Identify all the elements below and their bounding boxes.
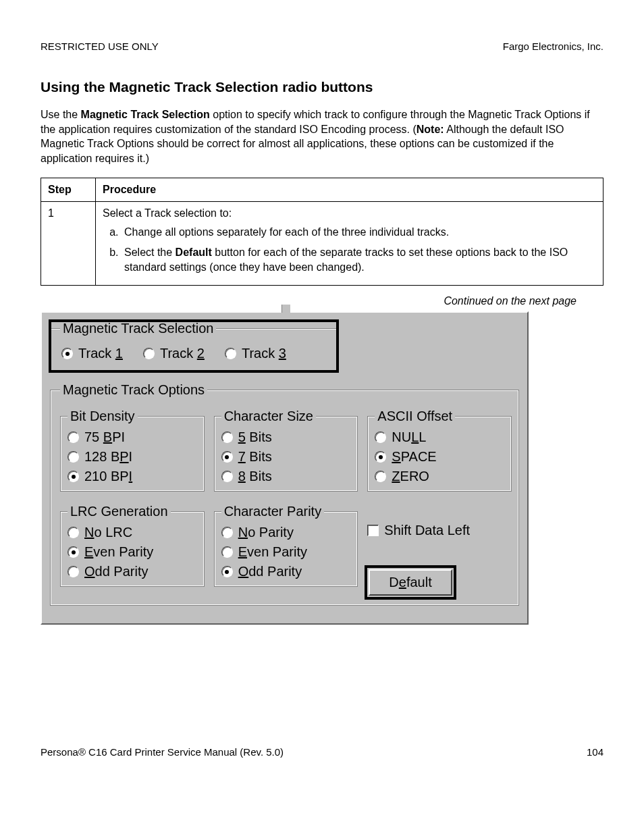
lrc-generation-group: LRC Generation No LRC Even Parity [60,504,205,587]
col-procedure-header: Procedure [96,178,603,202]
character-size-group: Character Size 5 Bits 7 Bits [214,409,358,492]
footer-left: Persona® C16 Card Printer Service Manual… [41,746,284,758]
group-legend: ASCII Offset [375,409,455,424]
page-number: 104 [587,746,603,758]
radio-no-parity[interactable]: No Parity [221,525,352,540]
group-legend: Bit Density [68,409,138,424]
table-row: 1 Select a Track selection to: Change al… [41,202,603,286]
radio-dot-icon [379,455,383,459]
header-left: RESTRICTED USE ONLY [41,41,159,52]
group-legend: Character Parity [221,504,325,519]
radio-track-1[interactable]: Track 1 [61,346,123,361]
default-button-focus: Default [367,568,453,597]
radio-track-2[interactable]: Track 2 [143,346,205,361]
page-header: RESTRICTED USE ONLY Fargo Electronics, I… [41,41,603,52]
radio-parity-even[interactable]: Even Parity [221,544,352,560]
radio-5-bits[interactable]: 5 Bits [221,429,352,445]
intro-paragraph: Use the Magnetic Track Selection option … [41,107,603,165]
step-number: 1 [41,202,96,286]
radio-space[interactable]: SPACE [375,449,506,465]
bit-density-group: Bit Density 75 BPI 128 BPI [60,409,205,492]
dialog-panel: Magnetic Track Selection Track 1 Track 2… [41,311,529,625]
list-item: Select the Default button for each of th… [122,245,596,274]
magnetic-track-options-group: Magnetic Track Options Bit Density 75 BP… [50,382,519,606]
radio-dot-icon [65,352,70,356]
character-parity-group: Character Parity No Parity Even Parity [214,504,358,587]
radio-7-bits[interactable]: 7 Bits [221,449,352,465]
radio-128-bpi[interactable]: 128 BPI [68,449,198,465]
group-legend: Magnetic Track Selection [60,321,216,336]
group-legend: Magnetic Track Options [60,382,207,398]
section-title: Using the Magnetic Track Selection radio… [41,79,603,95]
step-procedure: Select a Track selection to: Change all … [96,202,603,286]
radio-210-bpi[interactable]: 210 BPI [68,469,198,484]
group-legend: LRC Generation [68,504,171,519]
continued-note: Continued on the next page [41,295,576,307]
radio-parity-odd[interactable]: Odd Parity [221,564,352,579]
radio-zero[interactable]: ZERO [375,469,506,484]
default-button[interactable]: Default [369,569,452,596]
group-legend: Character Size [221,409,316,424]
radio-dot-icon [225,570,229,574]
radio-lrc-even[interactable]: Even Parity [68,544,198,560]
radio-75-bpi[interactable]: 75 BPI [68,429,198,445]
checkbox-icon [367,525,379,536]
radio-dot-icon [72,475,76,479]
header-right: Fargo Electronics, Inc. [503,41,603,52]
magnetic-track-selection-group: Magnetic Track Selection Track 1 Track 2… [50,321,338,371]
page-footer: Persona® C16 Card Printer Service Manual… [41,746,603,758]
radio-dot-icon [72,550,76,554]
ascii-offset-group: ASCII Offset NULL SPACE [367,409,512,492]
radio-dot-icon [225,455,229,459]
col-step-header: Step [41,178,96,202]
step-table: Step Procedure 1 Select a Track selectio… [41,178,603,286]
radio-lrc-odd[interactable]: Odd Parity [68,564,198,579]
radio-8-bits[interactable]: 8 Bits [221,469,352,484]
radio-null[interactable]: NULL [375,429,506,445]
list-item: Change all options separately for each o… [122,225,596,240]
radio-track-3[interactable]: Track 3 [225,346,286,361]
shift-data-left-checkbox[interactable]: Shift Data Left [367,523,512,538]
radio-no-lrc[interactable]: No LRC [68,525,198,540]
